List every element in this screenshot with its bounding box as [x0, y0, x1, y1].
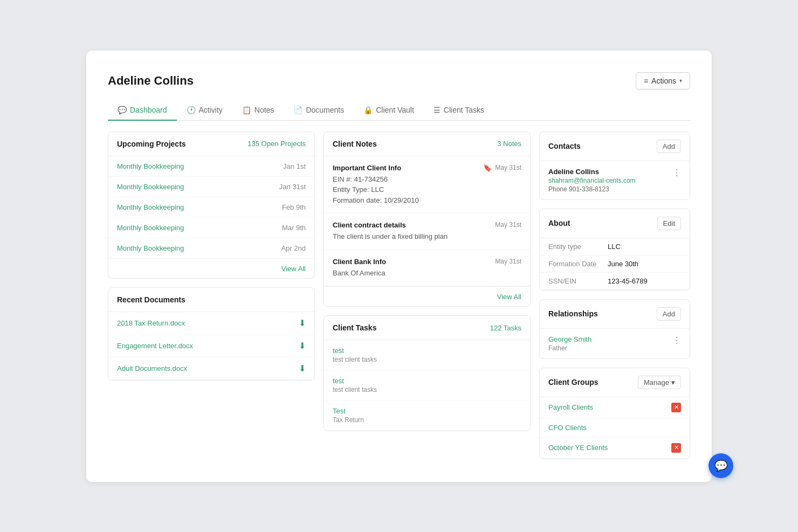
table-row: Monthly Bookkeeping Jan 1st — [108, 156, 314, 177]
task-link[interactable]: test — [333, 347, 521, 355]
doc-link[interactable]: 2018 Tax Return.docx — [117, 319, 185, 327]
project-link[interactable]: Monthly Bookkeeping — [117, 203, 184, 211]
note-item: Client contract details May 31st The cli… — [324, 213, 530, 250]
about-row: Formation Date June 30th — [540, 255, 690, 273]
list-item: test test client tasks — [324, 340, 530, 370]
upcoming-projects-list: Monthly Bookkeeping Jan 1st Monthly Book… — [108, 156, 314, 258]
note-header: Client contract details May 31st — [333, 221, 521, 229]
chevron-down-icon: ▾ — [679, 78, 682, 84]
chat-fab-button[interactable]: 💬 — [708, 453, 733, 478]
task-sub: test client tasks — [333, 386, 521, 393]
middle-column: Client Notes 3 Notes Important Client In… — [324, 132, 531, 459]
tab-documents[interactable]: 📄 Documents — [284, 100, 354, 121]
client-groups-panel: Client Groups Manage ▾ Payroll Clients ✕… — [539, 368, 690, 459]
tab-vault-label: Client Vault — [376, 106, 414, 114]
view-all-notes-link[interactable]: View All — [497, 293, 521, 301]
project-link[interactable]: Monthly Bookkeeping — [117, 162, 184, 170]
contacts-header: Contacts Add — [540, 132, 690, 161]
tab-notes[interactable]: 📋 Notes — [232, 100, 284, 121]
recent-documents-panel: Recent Documents 2018 Tax Return.docx ⬇ … — [108, 287, 315, 381]
contact-item: Adeline Collins shahram@financial-cents.… — [540, 161, 690, 199]
note-body: The client is under a fixed billing plan — [333, 231, 521, 242]
project-date: Feb 9th — [282, 203, 306, 211]
download-icon[interactable]: ⬇ — [299, 341, 306, 351]
tab-activity[interactable]: 🕐 Activity — [177, 100, 232, 121]
project-date: Jan 31st — [279, 183, 306, 191]
task-link[interactable]: test — [333, 377, 521, 385]
tab-client-tasks[interactable]: ☰ Client Tasks — [424, 100, 494, 121]
note-date-row: May 31st — [495, 258, 521, 265]
group-name[interactable]: CFO Clients — [548, 424, 587, 432]
remove-group-button[interactable]: ✕ — [671, 403, 681, 412]
about-row: Entity type LLC — [540, 238, 690, 255]
manage-label: Manage — [644, 378, 669, 386]
tab-notes-label: Notes — [254, 106, 274, 114]
list-item: Aduit Documents.docx ⬇ — [108, 357, 314, 380]
note-header: Client Bank Info May 31st — [333, 258, 521, 266]
table-row: Monthly Bookkeeping Feb 9th — [108, 197, 314, 218]
contacts-title: Contacts — [548, 142, 581, 150]
contact-email[interactable]: shahram@financial-cents.com — [548, 177, 636, 184]
chat-icon: 💬 — [714, 459, 728, 472]
project-link[interactable]: Monthly Bookkeeping — [117, 183, 184, 191]
about-panel: About Edit Entity type LLC Formation Dat… — [539, 209, 690, 291]
client-groups-manage-button[interactable]: Manage ▾ — [638, 376, 681, 389]
activity-icon: 🕐 — [187, 106, 196, 114]
relationship-role: Father — [548, 344, 591, 352]
about-ssn-value: 123-45-6789 — [608, 277, 648, 285]
about-row: SSN/EIN 123-45-6789 — [540, 273, 690, 290]
contact-info: Adeline Collins shahram@financial-cents.… — [548, 168, 636, 193]
list-item: test test client tasks — [324, 370, 530, 400]
tab-dashboard[interactable]: 💬 Dashboard — [108, 100, 177, 121]
download-icon[interactable]: ⬇ — [299, 363, 306, 374]
task-link[interactable]: Test — [333, 407, 521, 415]
client-groups-title: Client Groups — [548, 378, 598, 386]
view-all-projects-link[interactable]: View All — [281, 265, 306, 273]
contact-menu-icon[interactable]: ⋮ — [672, 168, 681, 178]
group-name[interactable]: October YE Clients — [548, 444, 608, 452]
project-link[interactable]: Monthly Bookkeeping — [117, 244, 184, 252]
project-link[interactable]: Monthly Bookkeeping — [117, 224, 184, 232]
relationship-info: George Smith Father — [548, 335, 591, 352]
task-sub: Tax Return — [333, 416, 521, 424]
relationship-name[interactable]: George Smith — [548, 335, 591, 343]
list-item: 2018 Tax Return.docx ⬇ — [108, 312, 314, 335]
relationships-panel: Relationships Add George Smith Father ⋮ — [539, 299, 690, 359]
client-group-item: Payroll Clients ✕ — [540, 397, 690, 418]
client-notes-count[interactable]: 3 Notes — [497, 140, 521, 148]
contacts-add-button[interactable]: Add — [657, 140, 681, 153]
group-name[interactable]: Payroll Clients — [548, 403, 593, 411]
remove-group-button[interactable]: ✕ — [671, 443, 681, 453]
documents-icon: 📄 — [293, 106, 302, 114]
task-sub: test client tasks — [333, 356, 521, 363]
client-group-item: CFO Clients — [540, 418, 690, 438]
client-tasks-title: Client Tasks — [333, 323, 376, 332]
actions-button[interactable]: ≡ Actions ▾ — [636, 72, 690, 89]
relationships-add-button[interactable]: Add — [657, 307, 681, 321]
about-header: About Edit — [540, 209, 690, 238]
client-group-item: October YE Clients ✕ — [540, 438, 690, 459]
about-entity-value: LLC — [608, 243, 621, 251]
doc-link[interactable]: Aduit Documents.docx — [117, 364, 187, 372]
client-notes-header: Client Notes 3 Notes — [324, 132, 530, 156]
client-groups-header: Client Groups Manage ▾ — [540, 368, 690, 397]
relationship-menu-icon[interactable]: ⋮ — [672, 335, 681, 346]
about-title: About — [548, 219, 570, 227]
tab-client-vault[interactable]: 🔒 Client Vault — [354, 100, 424, 121]
relationships-title: Relationships — [548, 309, 598, 318]
note-title: Client Bank Info — [333, 258, 386, 266]
download-icon[interactable]: ⬇ — [299, 318, 306, 328]
doc-link[interactable]: Engagement Letter.docx — [117, 342, 193, 350]
note-body: EIN #: 41-734256Entity Type: LLCFormatio… — [333, 174, 521, 206]
about-formation-label: Formation Date — [548, 260, 608, 268]
client-tasks-count[interactable]: 122 Tasks — [490, 324, 521, 332]
bookmark-icon: 🔖 — [483, 164, 492, 172]
recent-documents-header: Recent Documents — [108, 288, 314, 312]
client-name: Adeline Collins — [108, 74, 194, 88]
tab-documents-label: Documents — [306, 106, 344, 114]
list-item: Engagement Letter.docx ⬇ — [108, 335, 314, 357]
about-edit-button[interactable]: Edit — [657, 217, 681, 230]
upcoming-projects-count[interactable]: 135 Open Projects — [247, 140, 306, 148]
right-column: Contacts Add Adeline Collins shahram@fin… — [539, 132, 690, 459]
client-notes-panel: Client Notes 3 Notes Important Client In… — [324, 132, 531, 307]
